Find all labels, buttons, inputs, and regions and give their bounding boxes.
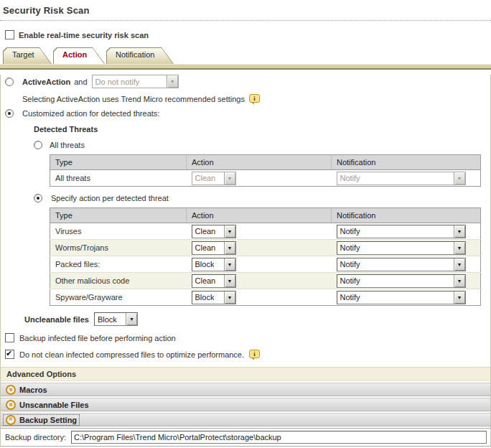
spyware-notification-dropdown[interactable]: Notify ▼: [337, 291, 466, 304]
dropdown-arrow-icon[interactable]: ▼: [454, 275, 465, 287]
customized-action-radio[interactable]: [5, 109, 14, 118]
dropdown-arrow-icon[interactable]: ▼: [454, 242, 465, 254]
do-not-clean-checkbox[interactable]: [5, 350, 14, 359]
activeaction-notify-dropdown[interactable]: Do not notify ▼: [92, 75, 179, 88]
backup-directory-input[interactable]: [71, 431, 487, 444]
activeaction-radio[interactable]: [5, 78, 14, 86]
tab-underline-bar: [0, 64, 491, 70]
tab-target-label: Target: [3, 47, 52, 59]
tab-notification-label: Notification: [106, 47, 174, 59]
dropdown-arrow-icon[interactable]: ▼: [167, 75, 178, 88]
dropdown-value: Clean: [192, 174, 216, 182]
section-macros-label: Macros: [19, 386, 47, 394]
dropdown-arrow-icon[interactable]: ▼: [126, 313, 137, 325]
threat-type-cell: All threats: [50, 170, 187, 187]
packed-files-action-dropdown[interactable]: Block ▼: [192, 258, 236, 271]
col-header-type: Type: [50, 208, 187, 223]
dropdown-value: Notify: [337, 260, 360, 269]
all-threats-notification-dropdown[interactable]: Notify ▼: [337, 172, 466, 185]
dropdown-value: Block: [192, 260, 215, 269]
threat-type-cell: Viruses: [50, 223, 187, 240]
packed-files-notification-dropdown[interactable]: Notify ▼: [337, 258, 466, 271]
viruses-notification-dropdown[interactable]: Notify ▼: [337, 225, 466, 238]
dropdown-arrow-icon[interactable]: ▼: [224, 275, 235, 287]
dropdown-value: Clean: [192, 243, 216, 252]
backup-infected-checkbox[interactable]: [5, 333, 14, 342]
section-backup-inner: » Backup Setting: [4, 415, 79, 425]
backup-directory-label: Backup directory:: [5, 433, 66, 442]
dropdown-value: Notify: [337, 227, 360, 235]
tab-notification[interactable]: Notification: [106, 47, 174, 64]
dropdown-arrow-icon[interactable]: ▼: [224, 242, 235, 254]
security-risk-scan-page: Security Risk Scan Enable real-time secu…: [0, 0, 491, 448]
section-unscannable-files[interactable]: » Unscannable Files: [1, 398, 490, 411]
enable-realtime-label: Enable real-time security risk scan: [19, 31, 149, 39]
col-header-type: Type: [50, 155, 187, 170]
dropdown-value: Notify: [337, 174, 360, 182]
all-threats-action-dropdown[interactable]: Clean ▼: [192, 172, 236, 185]
enable-realtime-checkbox[interactable]: [5, 30, 14, 39]
do-not-clean-row: Do not clean infected compressed files t…: [5, 350, 490, 359]
page-header: Security Risk Scan: [0, 0, 491, 21]
uncleanable-files-label: Uncleanable files: [24, 315, 89, 324]
dropdown-arrow-icon[interactable]: ▼: [224, 291, 235, 304]
all-threats-label: All threats: [50, 141, 85, 149]
section-macros[interactable]: » Macros: [1, 383, 490, 396]
threat-type-cell: Packed files:: [50, 256, 187, 273]
other-malicious-notification-dropdown[interactable]: Notify ▼: [337, 274, 466, 288]
specify-action-label: Specify action per detected threat: [51, 194, 169, 202]
table-row-other-malicious: Other malicious code Clean ▼ Notify ▼: [50, 273, 481, 289]
threat-actions-table: Type Action Notification Viruses Clean ▼…: [50, 207, 481, 306]
customized-action-label: Customized action for detected threats:: [22, 109, 159, 118]
expand-chevron-icon[interactable]: »: [6, 400, 16, 410]
tab-action-label: Action: [53, 47, 105, 59]
worms-notification-dropdown[interactable]: Notify ▼: [337, 241, 466, 255]
expand-chevron-icon[interactable]: »: [6, 385, 16, 395]
collapse-chevron-icon[interactable]: »: [6, 415, 16, 425]
all-threats-radio[interactable]: [34, 141, 42, 149]
other-malicious-action-dropdown[interactable]: Clean ▼: [192, 274, 236, 288]
activeaction-hint-text: Selecting ActiveAction uses Trend Micro …: [22, 95, 245, 103]
dropdown-value: Notify: [337, 276, 360, 285]
spyware-action-dropdown[interactable]: Block ▼: [192, 291, 236, 304]
section-backup-setting[interactable]: » Backup Setting: [1, 413, 490, 426]
backup-infected-row: Backup infected file before performing a…: [5, 333, 490, 342]
uncleanable-files-dropdown[interactable]: Block ▼: [94, 312, 138, 326]
dropdown-arrow-icon[interactable]: ▼: [454, 172, 465, 185]
threat-type-cell: Other malicious code: [50, 273, 187, 289]
tab-target[interactable]: Target: [3, 47, 52, 64]
dropdown-value: Clean: [192, 276, 216, 285]
and-text: and: [74, 78, 87, 86]
dropdown-value: Block: [192, 293, 215, 302]
threat-type-cell: Worms/Trojans: [50, 240, 187, 256]
threat-type-cell: Spyware/Grayware: [50, 289, 187, 306]
detected-threats-heading: Detected Threats: [34, 125, 490, 134]
tab-action[interactable]: Action: [53, 47, 105, 64]
page-title: Security Risk Scan: [3, 5, 488, 16]
all-threats-row: All threats: [34, 141, 490, 149]
specify-action-row: Specify action per detected threat: [34, 194, 490, 202]
section-unscannable-label: Unscannable Files: [19, 401, 89, 409]
worms-action-dropdown[interactable]: Clean ▼: [192, 241, 236, 255]
dropdown-arrow-icon[interactable]: ▼: [454, 225, 465, 238]
activeaction-hint-row: Selecting ActiveAction uses Trend Micro …: [22, 95, 490, 103]
dropdown-arrow-icon[interactable]: ▼: [224, 258, 235, 271]
info-icon[interactable]: i: [249, 94, 260, 103]
dropdown-arrow-icon[interactable]: ▼: [454, 291, 465, 304]
col-header-notification: Notification: [332, 208, 481, 223]
info-icon[interactable]: i: [249, 350, 260, 358]
col-header-notification: Notification: [332, 155, 481, 170]
dropdown-arrow-icon[interactable]: ▼: [224, 172, 235, 185]
table-row-worms-trojans: Worms/Trojans Clean ▼ Notify ▼: [50, 240, 481, 256]
dropdown-arrow-icon[interactable]: ▼: [454, 258, 465, 271]
viruses-action-dropdown[interactable]: Clean ▼: [192, 225, 236, 238]
dropdown-arrow-icon[interactable]: ▼: [224, 225, 235, 238]
col-header-action: Action: [187, 208, 332, 223]
table-row-spyware-grayware: Spyware/Grayware Block ▼ Notify ▼: [50, 289, 481, 306]
specify-action-radio[interactable]: [34, 194, 42, 202]
dropdown-value: Block: [95, 315, 117, 324]
section-unscannable-inner: » Unscannable Files: [4, 400, 91, 410]
table-header-row: Type Action Notification: [50, 208, 481, 223]
dropdown-value: Notify: [337, 243, 360, 252]
section-backup-label: Backup Setting: [19, 416, 77, 424]
